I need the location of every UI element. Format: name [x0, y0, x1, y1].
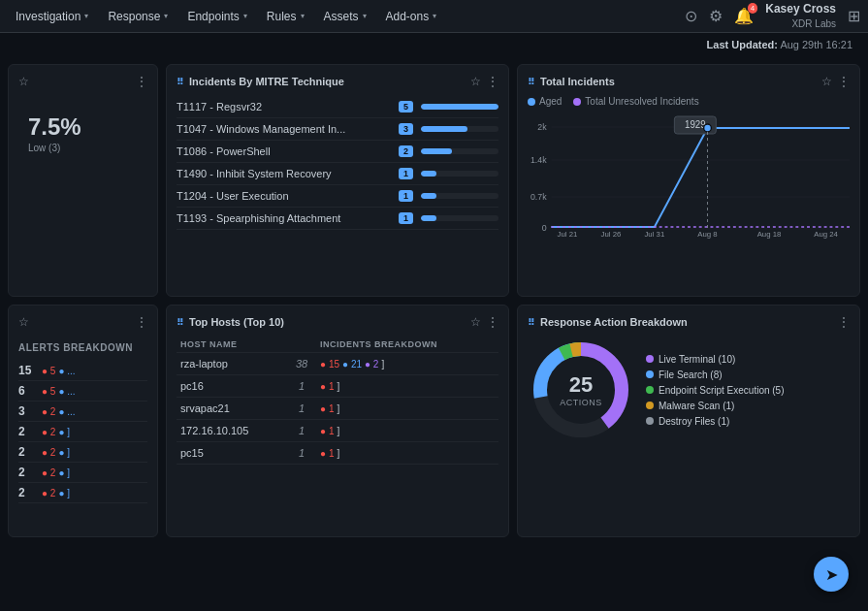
- nav-label-rules: Rules: [267, 10, 297, 23]
- kebab-button-bl[interactable]: ⋮: [136, 315, 147, 329]
- alert-dots: ● 5 ● ...: [42, 366, 76, 376]
- notification-icon[interactable]: 🔔 4: [734, 7, 754, 25]
- hosts-kebab-button[interactable]: ⋮: [487, 315, 498, 329]
- host-dots: ● 1 ]: [316, 398, 498, 420]
- mitre-row[interactable]: T1204 - User Execution 1: [177, 185, 498, 208]
- chart-legend: Aged Total Unresolved Incidents: [528, 96, 850, 107]
- mitre-bar-container: [421, 193, 498, 199]
- github-icon[interactable]: ⊙: [685, 7, 697, 25]
- hosts-star-button[interactable]: ☆: [470, 315, 481, 329]
- legend-label: Destroy Files (1): [659, 416, 729, 427]
- nav-item-endpoints[interactable]: Endpoints ▾: [179, 6, 254, 27]
- mitre-row[interactable]: T1117 - Regsvr32 5: [177, 96, 498, 118]
- chevron-down-icon: ▾: [164, 12, 168, 20]
- mitre-bar: [421, 215, 436, 221]
- nav-label-response: Response: [108, 10, 160, 23]
- mitre-star-button[interactable]: ☆: [470, 75, 481, 88]
- alert-count: 6: [18, 384, 34, 398]
- donut-label: ACTIONS: [560, 398, 602, 407]
- nav-right: ⊙ ⚙ 🔔 4 Kasey Cross XDR Labs ⊞: [685, 2, 860, 30]
- star-button-bl[interactable]: ☆: [18, 315, 29, 329]
- fab-button[interactable]: ➤: [814, 557, 849, 592]
- last-updated-label: Last Updated:: [707, 39, 778, 50]
- legend-label: Malware Scan (1): [659, 401, 734, 411]
- score-card: ☆ ⋮ 7.5% Low (3): [8, 64, 158, 297]
- mitre-rows: T1117 - Regsvr32 5 T1047 - Windows Manag…: [177, 96, 498, 230]
- kebab-button[interactable]: ⋮: [136, 75, 147, 88]
- host-row[interactable]: srvapac21 1 ● 1 ]: [177, 398, 498, 420]
- mitre-bar-container: [421, 126, 498, 132]
- nav-label-assets: Assets: [324, 10, 359, 23]
- nav-item-response[interactable]: Response ▾: [100, 6, 176, 27]
- grid-dots-icon3: ⠿: [177, 317, 183, 328]
- nav-item-rules[interactable]: Rules ▾: [259, 6, 312, 27]
- chevron-down-icon: ▾: [363, 12, 367, 20]
- dot-blue: ● ]: [58, 427, 70, 437]
- mitre-bar: [421, 148, 452, 154]
- chevron-down-icon: ▾: [84, 12, 88, 20]
- alert-dots: ● 2 ● ]: [42, 488, 70, 498]
- mitre-row[interactable]: T1490 - Inhibit System Recovery 1: [177, 163, 498, 185]
- top-nav: Investigation ▾ Response ▾ Endpoints ▾ R…: [0, 0, 868, 33]
- svg-text:1929: 1929: [685, 119, 706, 130]
- grid-dots-icon2: ⠿: [528, 77, 534, 87]
- alert-count: 2: [18, 466, 34, 479]
- mitre-row[interactable]: T1047 - Windows Management In... 3: [177, 118, 498, 141]
- host-row[interactable]: 172.16.10.105 1 ● 1 ]: [177, 420, 498, 442]
- host-count: 38: [287, 353, 316, 375]
- legend-color-swatch: [646, 402, 654, 409]
- grid-dots-icon4: ⠿: [528, 317, 534, 328]
- response-card-header: ⠿ Response Action Breakdown ⋮: [528, 315, 850, 329]
- legend-color-swatch: [646, 386, 654, 394]
- main-grid: ☆ ⋮ 7.5% Low (3) ⠿ Incidents By MITRE Te…: [0, 56, 868, 607]
- settings-icon[interactable]: ⚙: [709, 7, 723, 25]
- legend-aged-dot: [528, 98, 535, 106]
- svg-text:Jul 26: Jul 26: [601, 230, 622, 239]
- donut-number: 25: [560, 372, 602, 398]
- incidents-chart: 2k 1.4k 0.7k 0 Jul 21 Jul 26 Jul 31 Aug …: [528, 113, 850, 239]
- host-name: rza-laptop: [177, 353, 287, 375]
- svg-text:1.4k: 1.4k: [530, 155, 547, 165]
- mitre-card-title: ⠿ Incidents By MITRE Technique: [177, 76, 344, 87]
- svg-text:0: 0: [542, 223, 547, 233]
- incidents-card-header: ⠿ Total Incidents ☆ ⋮: [528, 75, 850, 88]
- mitre-count-badge: 3: [399, 123, 413, 135]
- nav-item-assets[interactable]: Assets ▾: [316, 6, 374, 27]
- nav-label-addons: Add-ons: [386, 10, 430, 23]
- legend-color-swatch: [646, 370, 654, 378]
- incidents-star-button[interactable]: ☆: [821, 75, 832, 88]
- dot-red: ● 2: [42, 488, 55, 498]
- nav-item-addons[interactable]: Add-ons ▾: [378, 6, 445, 27]
- dot-blue: ● ...: [58, 386, 75, 397]
- hosts-card-actions: ☆ ⋮: [470, 315, 498, 329]
- host-row[interactable]: pc16 1 ● 1 ]: [177, 375, 498, 398]
- mitre-kebab-button[interactable]: ⋮: [487, 75, 498, 88]
- host-dots: ● 1 ]: [316, 442, 498, 465]
- mitre-card-actions: ☆ ⋮: [470, 75, 498, 88]
- mitre-row[interactable]: T1193 - Spearphishing Attachment 1: [177, 208, 498, 230]
- svg-point-16: [704, 124, 712, 132]
- response-card-actions: ⋮: [838, 315, 850, 329]
- nav-item-investigation[interactable]: Investigation ▾: [8, 6, 96, 27]
- svg-text:Jul 31: Jul 31: [644, 230, 664, 239]
- host-row[interactable]: pc15 1 ● 1 ]: [177, 442, 498, 465]
- alert-row: 6 ● 5 ● ...: [18, 381, 147, 402]
- mitre-row[interactable]: T1086 - PowerShell 2: [177, 141, 498, 163]
- host-count: 1: [287, 420, 316, 442]
- last-updated-bar: Last Updated: Aug 29th 16:21: [0, 33, 868, 56]
- mitre-bar-container: [421, 215, 498, 221]
- user-info: Kasey Cross XDR Labs: [765, 2, 836, 30]
- dot-red: ● 2: [42, 427, 55, 437]
- response-content: 25 ACTIONS Live Terminal (10) File Searc…: [528, 337, 850, 443]
- mitre-bar-container: [421, 171, 498, 177]
- incidents-kebab-button[interactable]: ⋮: [838, 75, 850, 88]
- chevron-down-icon: ▾: [301, 12, 305, 20]
- alert-row: 2 ● 2 ● ]: [18, 422, 147, 442]
- response-kebab-button[interactable]: ⋮: [838, 315, 850, 329]
- alert-row: 3 ● 2 ● ...: [18, 402, 147, 422]
- grid-icon[interactable]: ⊞: [848, 7, 860, 25]
- host-row[interactable]: rza-laptop 38 ● 15 ● 21 ● 2 ]: [177, 353, 498, 375]
- dot-blue: ● ...: [58, 406, 75, 417]
- star-button[interactable]: ☆: [18, 75, 29, 88]
- svg-text:2k: 2k: [537, 122, 547, 132]
